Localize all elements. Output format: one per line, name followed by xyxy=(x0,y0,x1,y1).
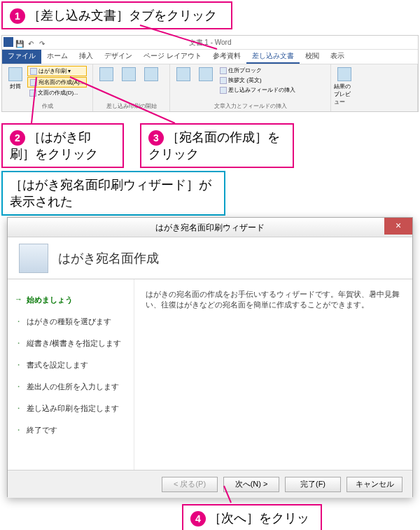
edit-list-icon xyxy=(144,67,158,81)
tab-design[interactable]: デザイン xyxy=(99,50,138,64)
callout-number: 1 xyxy=(10,8,25,24)
callout-3: 3［宛名面の作成］をクリック xyxy=(140,123,294,168)
tab-file[interactable]: ファイル xyxy=(2,50,41,64)
callout-number: 4 xyxy=(190,511,206,526)
close-button[interactable]: × xyxy=(384,218,412,235)
redo-icon[interactable]: ↷ xyxy=(37,37,47,47)
preview-icon xyxy=(337,67,351,81)
insert-field-button[interactable]: 差し込みフィールドの挿入 xyxy=(218,85,298,95)
wizard-header-title: はがき宛名面作成 xyxy=(58,250,159,267)
wizard-steps: 始めましょう はがきの種類を選びます 縦書き/横書きを指定します 書式を設定しま… xyxy=(8,279,134,470)
titlebar: 💾 ↶ ↷ 文書 1 - Word xyxy=(2,36,418,50)
wizard-step-type[interactable]: はがきの種類を選びます xyxy=(12,311,130,333)
preview-results-button[interactable]: 結果のプレビュー xyxy=(334,66,355,110)
addr-block-icon xyxy=(220,67,227,74)
merge-icon xyxy=(99,67,113,81)
callout-info: ［はがき宛名面印刷ウィザード］が表示された xyxy=(1,171,225,216)
callout-4: 4［次へ］をクリック xyxy=(182,504,322,530)
wizard-title: はがき宛名面印刷ウィザード xyxy=(155,223,265,232)
address-icon xyxy=(30,79,37,86)
wizard-content: はがきの宛名面の作成をお手伝いするウィザードです。年賀状、暑中見舞い、往復はがき… xyxy=(134,279,412,470)
save-icon[interactable]: 💾 xyxy=(15,37,24,47)
create-text-item[interactable]: 文面の作成(D)... xyxy=(27,88,87,97)
barcode-button[interactable] xyxy=(195,66,216,102)
group-preview: 結果のプレビュー xyxy=(331,64,418,111)
group-label-start: 差し込み印刷の開始 xyxy=(96,102,167,110)
wizard-titlebar: はがき宛名面印刷ウィザード × xyxy=(8,218,412,237)
tab-mailings[interactable]: 差し込み文書 xyxy=(246,50,300,64)
address-block-button[interactable]: 住所ブロック xyxy=(218,66,298,75)
wizard-footer: < 戻る(P) 次へ(N) > 完了(F) キャンセル xyxy=(8,470,412,498)
highlight-icon xyxy=(176,67,190,81)
edit-recipients-button[interactable] xyxy=(141,66,162,102)
group-write-insert: 住所ブロック 挨拶文 (英文) 差し込みフィールドの挿入 文章入力とフィールドの… xyxy=(170,64,331,111)
barcode-icon xyxy=(199,67,213,81)
hagaki-print-dropdown[interactable]: はがき印刷 ▾ xyxy=(27,66,87,76)
callout-2: 2［はがき印刷］をクリック xyxy=(1,123,124,168)
next-button[interactable]: 次へ(N) > xyxy=(223,477,279,492)
word-ribbon: 💾 ↶ ↷ 文書 1 - Word ファイル ホーム 挿入 デザイン ページ レ… xyxy=(1,35,419,112)
text-icon xyxy=(29,90,36,97)
highlight-fields-button[interactable] xyxy=(173,66,194,102)
envelope-icon xyxy=(8,67,22,81)
start-merge-button[interactable] xyxy=(96,66,117,102)
back-button: < 戻る(P) xyxy=(162,477,218,492)
envelope-button[interactable]: 封筒 xyxy=(5,66,26,102)
group-start-merge: 差し込み印刷の開始 xyxy=(93,64,170,111)
tab-home[interactable]: ホーム xyxy=(41,50,74,64)
group-label-create: 作成 xyxy=(5,102,90,110)
callout-text: ［次へ］をクリック xyxy=(190,511,309,530)
hagaki-icon xyxy=(30,68,37,75)
wizard-header-icon xyxy=(19,244,48,273)
callout-text: ［差し込み文書］タブをクリック xyxy=(28,8,217,22)
wizard-step-merge[interactable]: 差し込み印刷を指定します xyxy=(12,398,130,419)
recipients-icon xyxy=(122,67,136,81)
greeting-button[interactable]: 挨拶文 (英文) xyxy=(218,76,298,85)
group-label-write: 文章入力とフィールドの挿入 xyxy=(173,102,328,110)
ribbon-body: 封筒 はがき印刷 ▾ 宛名面の作成(A)... 文面の作成(D)... 作成 差… xyxy=(2,64,418,111)
wizard-body: 始めましょう はがきの種類を選びます 縦書き/横書きを指定します 書式を設定しま… xyxy=(8,279,412,470)
undo-icon[interactable]: ↶ xyxy=(26,37,36,47)
tab-view[interactable]: 表示 xyxy=(325,50,350,64)
finish-button[interactable]: 完了(F) xyxy=(285,477,341,492)
select-recipients-button[interactable] xyxy=(118,66,139,102)
callout-number: 2 xyxy=(10,130,25,146)
wizard-step-finish[interactable]: 終了です xyxy=(12,419,130,441)
cancel-button[interactable]: キャンセル xyxy=(346,477,402,492)
callout-text: ［宛名面の作成］をクリック xyxy=(148,130,280,161)
quick-access-toolbar: 💾 ↶ ↷ xyxy=(4,37,47,47)
tab-layout[interactable]: ページ レイアウト xyxy=(138,50,207,64)
tab-references[interactable]: 参考資料 xyxy=(207,50,246,64)
wizard-dialog: はがき宛名面印刷ウィザード × はがき宛名面作成 始めましょう はがきの種類を選… xyxy=(7,217,413,497)
wizard-step-start[interactable]: 始めましょう xyxy=(12,289,130,311)
wizard-step-orientation[interactable]: 縦書き/横書きを指定します xyxy=(12,333,130,354)
group-create: 封筒 はがき印刷 ▾ 宛名面の作成(A)... 文面の作成(D)... 作成 xyxy=(2,64,93,111)
callout-number: 3 xyxy=(148,130,164,146)
wizard-step-format[interactable]: 書式を設定します xyxy=(12,354,130,376)
ribbon-tabs: ファイル ホーム 挿入 デザイン ページ レイアウト 参考資料 差し込み文書 校… xyxy=(2,50,418,64)
wizard-description: はがきの宛名面の作成をお手伝いするウィザードです。年賀状、暑中見舞い、往復はがき… xyxy=(146,290,400,309)
greeting-icon xyxy=(220,77,227,84)
wizard-header: はがき宛名面作成 xyxy=(8,237,412,279)
tab-review[interactable]: 校閲 xyxy=(300,50,325,64)
tab-insert[interactable]: 挿入 xyxy=(74,50,99,64)
word-icon xyxy=(4,37,13,47)
create-address-item[interactable]: 宛名面の作成(A)... xyxy=(27,77,87,88)
insert-field-icon xyxy=(220,87,227,94)
wizard-step-sender[interactable]: 差出人の住所を入力します xyxy=(12,376,130,398)
document-title: 文書 1 - Word xyxy=(189,39,232,46)
callout-1: 1［差し込み文書］タブをクリック xyxy=(1,1,232,29)
callout-text: ［はがき宛名面印刷ウィザード］が表示された xyxy=(10,178,211,209)
